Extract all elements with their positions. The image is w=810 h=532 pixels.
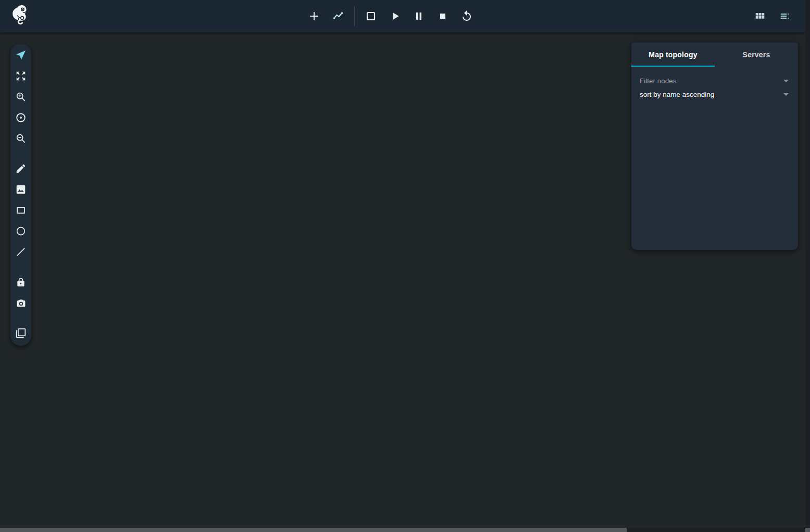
rectangle-icon (15, 205, 27, 216)
dropdown-arrow-icon (783, 93, 789, 96)
crop-square-icon (365, 10, 377, 22)
reload-icon (460, 10, 473, 22)
sort-nodes-value: sort by name ascending (640, 91, 714, 98)
toolbar-center-tools (302, 0, 479, 32)
topology-side-panel: Map topology Servers Filter nodes sort b… (631, 43, 798, 250)
tab-servers[interactable]: Servers (715, 43, 798, 67)
select-area-button[interactable] (359, 0, 383, 32)
line-icon (15, 246, 27, 258)
camera-icon (16, 298, 27, 309)
scrollbar-corner (805, 528, 810, 532)
filter-nodes-placeholder: Filter nodes (640, 77, 677, 85)
draw-line-button[interactable] (15, 246, 27, 258)
center-focus-icon (15, 112, 27, 123)
zoom-in-icon (15, 91, 27, 103)
ellipse-icon (15, 225, 27, 237)
zoom-out-button[interactable] (15, 132, 27, 145)
grid-apps-icon (754, 10, 766, 22)
horizontal-scrollbar-thumb[interactable] (0, 528, 627, 532)
image-icon (15, 184, 27, 195)
toolbar-divider (354, 6, 355, 26)
reload-all-nodes-button[interactable] (455, 0, 479, 32)
filter-nodes-select[interactable]: Filter nodes (640, 74, 790, 87)
panel-menu-button[interactable] (776, 0, 794, 32)
drawing-tool-palette (10, 44, 31, 346)
draw-ellipse-button[interactable] (15, 225, 27, 237)
center-view-button[interactable] (15, 111, 27, 124)
projects-grid-button[interactable] (751, 0, 769, 32)
toolbar-right-tools (751, 0, 794, 32)
palette-group-drawing (15, 162, 27, 258)
pause-icon (413, 10, 425, 22)
stop-icon (437, 10, 449, 22)
gns3-chameleon-logo[interactable] (11, 5, 30, 27)
expand-fit-button[interactable] (15, 70, 27, 82)
add-note-button[interactable] (15, 162, 27, 175)
pointer-tool-button[interactable] (15, 49, 27, 61)
add-node-button[interactable] (302, 0, 326, 32)
horizontal-scrollbar[interactable] (0, 528, 805, 532)
stop-all-nodes-button[interactable] (431, 0, 455, 32)
draw-rectangle-button[interactable] (15, 204, 27, 217)
side-panel-body: Filter nodes sort by name ascending (631, 67, 798, 108)
lock-icon (16, 277, 26, 287)
zoom-out-icon (15, 133, 27, 144)
screenshot-button[interactable] (15, 297, 27, 309)
layers-icon (16, 328, 26, 338)
palette-group-layers (15, 327, 27, 339)
link-zigzag-icon (332, 10, 344, 22)
dropdown-arrow-icon (783, 80, 789, 82)
pencil-icon (15, 163, 27, 174)
play-icon (389, 10, 401, 22)
start-all-nodes-button[interactable] (383, 0, 407, 32)
palette-group-navigation (15, 49, 27, 145)
insert-image-button[interactable] (15, 183, 27, 196)
suspend-all-nodes-button[interactable] (407, 0, 431, 32)
tab-map-topology[interactable]: Map topology (631, 43, 715, 67)
show-layers-button[interactable] (15, 327, 27, 339)
lock-items-button[interactable] (15, 276, 27, 288)
top-toolbar (0, 0, 805, 32)
expand-arrows-icon (15, 70, 27, 82)
tab-map-topology-label: Map topology (649, 50, 697, 59)
vertical-scrollbar[interactable] (805, 0, 810, 528)
add-link-button[interactable] (326, 0, 350, 32)
zoom-in-button[interactable] (15, 91, 27, 103)
side-panel-tabs: Map topology Servers (631, 43, 798, 67)
tab-servers-label: Servers (743, 50, 770, 59)
list-menu-icon (779, 10, 791, 22)
sort-nodes-select[interactable]: sort by name ascending (640, 87, 790, 101)
palette-group-project (15, 276, 27, 309)
pointer-icon (15, 49, 27, 61)
add-icon (308, 10, 320, 22)
